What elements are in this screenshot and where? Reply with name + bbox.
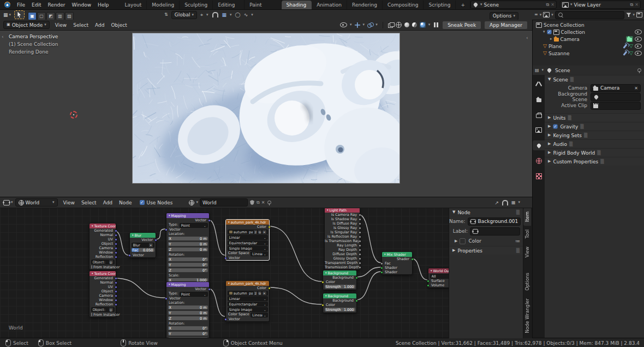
filter-icon[interactable] [626, 13, 631, 17]
socket-vector[interactable] [208, 219, 211, 222]
socket-transparent-depth[interactable] [359, 262, 361, 264]
properties-tab-view-layer[interactable] [533, 125, 545, 135]
view-layer-selector[interactable]: ▾ View Layer ⧉ ✕ [560, 1, 641, 9]
properties-tab-output[interactable] [533, 110, 545, 120]
sneak-peek-button[interactable]: Sneak Peek [442, 21, 481, 30]
workspace-tab-modeling[interactable]: Modeling [147, 1, 180, 9]
node-slider-fac[interactable]: Fac0.050 [132, 248, 154, 252]
pin-icon[interactable] [266, 200, 272, 205]
node-header[interactable]: ▾Mix Shader [382, 252, 412, 257]
node-header[interactable]: ▾Blur [130, 233, 156, 238]
socket-camera[interactable] [115, 295, 117, 297]
node-slider-z[interactable]: Z0 m [168, 248, 208, 251]
node-slider-strength[interactable]: Strength1.000 [325, 308, 355, 311]
node-dropdown[interactable]: Linear⌄ [228, 296, 268, 301]
node-dropdown[interactable]: Single Image⌄ [228, 246, 268, 251]
node-header[interactable]: ▾Light Path [325, 208, 360, 213]
workspace-tab-rendering[interactable]: Rendering [347, 1, 383, 9]
viewport-menu-object[interactable]: Object [108, 21, 130, 30]
close-icon[interactable]: ✕ [635, 2, 639, 7]
socket-normal[interactable] [115, 234, 117, 237]
active-tool-button[interactable] [14, 10, 25, 19]
snap-with-icon[interactable]: ▦ [222, 13, 227, 17]
editor-type-selector[interactable]: ▦▾ [3, 13, 11, 17]
socket-is-singular-ray[interactable] [359, 231, 361, 234]
properties-panel-header[interactable]: ▶ Properties ▒ [449, 246, 523, 255]
transform-orientation-dropdown[interactable]: Global▾ [171, 11, 197, 19]
node-panel-header[interactable]: ▼ Node ▒ [449, 208, 523, 216]
socket-fac[interactable] [380, 262, 383, 265]
sidebar-tab-node-wrangler[interactable]: Node Wrangler [523, 295, 531, 337]
shading-solid-icon[interactable] [404, 22, 409, 27]
node-checkbox-row[interactable]: From Instancer [90, 264, 116, 269]
socket-surface[interactable] [427, 280, 430, 283]
node-slider-x[interactable]: X0° [168, 326, 208, 330]
copy-icon[interactable]: ⧉ [546, 2, 550, 8]
pivot-point-icon[interactable]: ⌖ [200, 13, 203, 17]
fake-user-shield-icon[interactable] [250, 200, 254, 205]
panel-audio[interactable]: ▶Audio▒ [545, 139, 644, 148]
node-blur-node-group[interactable]: ▾BlurVectorBlur✕Fac0.050Vector [129, 232, 156, 258]
select-mode-2[interactable]: ◩ [46, 12, 55, 20]
panel-custom-properties[interactable]: ▶Custom Properties▒ [545, 157, 644, 166]
socket-uv[interactable] [115, 286, 117, 289]
socket-is-camera-ray[interactable] [359, 214, 361, 216]
node-datablock[interactable]: Object:◎ [91, 260, 115, 264]
workspace-tab-uv-editing[interactable]: UV Editing [213, 0, 245, 9]
socket-background[interactable] [355, 277, 358, 279]
panel-units[interactable]: ▶Units▒ [545, 113, 644, 122]
workspace-tab-compositing[interactable]: Compositing [383, 1, 424, 9]
menu-help[interactable]: Help [94, 1, 112, 9]
node-datablock[interactable]: autumn_par..2⧉✕ [228, 230, 268, 234]
socket-ray-length[interactable] [359, 244, 361, 247]
datablock-button[interactable]: ⧉ [258, 230, 261, 234]
workspace-tab-texture-paint[interactable]: Texture Paint [245, 0, 281, 9]
properties-tab-tool[interactable] [533, 79, 545, 89]
parent-arrow-icon[interactable]: ↗ [494, 200, 499, 205]
viewport-menu-add[interactable]: Add [92, 21, 108, 30]
node-datablock[interactable]: Object:◎ [91, 307, 115, 312]
node-checkbox-row[interactable]: From Instancer [90, 312, 116, 317]
socket-is-glossy-ray[interactable] [359, 227, 361, 230]
node-light-path[interactable]: ▾Light PathIs Camera RayIs Shadow RayIs … [324, 207, 360, 270]
socket-generated[interactable] [115, 277, 117, 280]
socket-is-diffuse-ray[interactable] [359, 222, 361, 225]
socket-color[interactable] [268, 226, 271, 228]
socket-color[interactable] [268, 287, 271, 290]
socket-color[interactable] [321, 304, 324, 307]
panel-gravity[interactable]: ▶✓Gravity▒ [545, 122, 644, 131]
select-mode-3[interactable]: ▥ [56, 12, 64, 20]
shading-material-icon[interactable] [412, 22, 417, 27]
sidebar-tab-view[interactable]: View [523, 243, 531, 261]
active-data-badge[interactable] [626, 36, 633, 42]
falloff-icon[interactable]: ∿ [244, 13, 248, 17]
node-slider-z[interactable]: Z0 m [168, 316, 208, 320]
shader-menu-add[interactable]: Add [100, 198, 116, 207]
prop-field-active-clip[interactable] [591, 102, 641, 110]
hide-eye-icon[interactable] [635, 30, 642, 34]
node-datablock[interactable]: autumn_par..2⧉✕ [228, 291, 268, 296]
node-slider-strength[interactable]: Strength1.000 [325, 285, 355, 289]
viewport-menu-select[interactable]: Select [70, 21, 92, 30]
panel-keying-sets[interactable]: ▶Keying Sets▒ [545, 131, 644, 139]
socket-glossy-depth[interactable] [359, 257, 361, 260]
socket-generated[interactable] [115, 230, 117, 232]
node-slider-z[interactable]: Z0° [168, 268, 208, 272]
datablock-button[interactable]: ◎ [109, 308, 113, 312]
prop-field-background-scene[interactable] [591, 93, 641, 101]
node-texture-coordinate-2[interactable]: ▾Texture CoordinateGeneratedNormalUVObje… [89, 270, 116, 317]
hide-eye-icon[interactable] [635, 37, 642, 42]
select-mode-1[interactable]: ▢ [37, 12, 46, 20]
use-nodes-checkbox[interactable]: ✓ [140, 200, 145, 205]
panel-rigid-body-world[interactable]: ▶Rigid Body World▒ [545, 148, 644, 157]
socket-vector[interactable] [208, 288, 211, 291]
outliner-row-scene-collection[interactable]: Scene Collection [533, 21, 644, 28]
node-header[interactable]: ▾autumn_park_4k.hdr [226, 281, 269, 286]
socket-normal[interactable] [115, 281, 117, 284]
node-slider-y[interactable]: Y0 m [168, 311, 208, 315]
prop-field-camera[interactable]: Camera✕ [591, 84, 641, 92]
node-background-2[interactable]: ▾BackgroundBackgroundColorStrength1.000 [323, 293, 357, 313]
disclosure-icon[interactable]: ▸ [550, 37, 552, 41]
socket-uv[interactable] [115, 238, 117, 241]
node-slider-x[interactable]: X0° [168, 257, 208, 261]
